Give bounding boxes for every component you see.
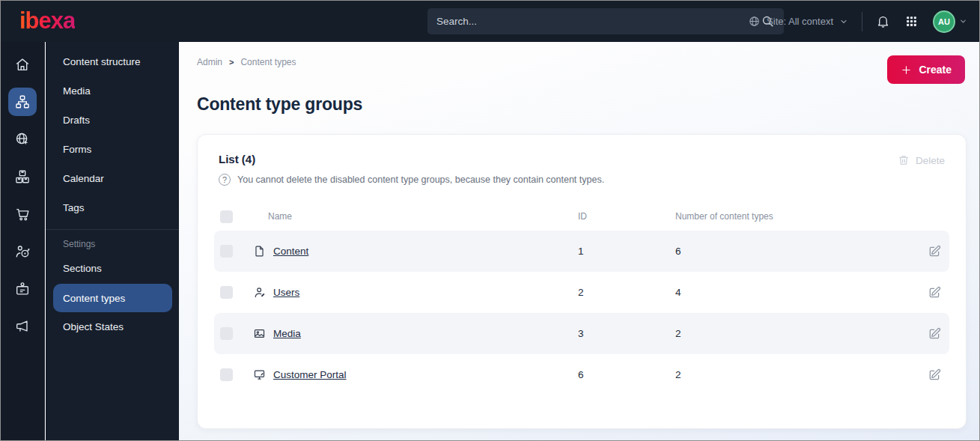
corporate-badge-icon[interactable]	[8, 275, 37, 303]
row-count: 2	[669, 369, 913, 380]
top-bar-divider	[862, 12, 862, 31]
delete-button[interactable]: Delete	[898, 154, 945, 166]
row-checkbox[interactable]	[220, 245, 233, 258]
list-title: List (4)	[214, 153, 949, 165]
search-bar	[427, 8, 784, 34]
sidebar-item-content-structure[interactable]: Content structure	[46, 47, 179, 76]
question-circle-icon: ?	[219, 174, 231, 186]
site-globe-icon[interactable]	[8, 125, 37, 153]
notifications-bell-icon[interactable]	[876, 14, 890, 28]
portal-monitor-icon	[253, 368, 266, 381]
avatar: AU	[933, 10, 955, 33]
row-link[interactable]: Users	[273, 287, 299, 298]
chevron-down-icon	[839, 17, 848, 26]
content-file-icon	[253, 245, 266, 258]
chevron-down-icon	[959, 17, 967, 25]
breadcrumb: Admin > Content types	[197, 57, 296, 67]
row-checkbox[interactable]	[220, 368, 233, 381]
sidebar-menu: Content structure Media Drafts Forms Cal…	[46, 42, 179, 440]
cart-icon[interactable]	[8, 200, 37, 228]
trash-icon	[898, 154, 910, 166]
create-button-label: Create	[919, 64, 952, 76]
column-header-id: ID	[572, 211, 669, 222]
plus-icon	[901, 64, 912, 76]
column-header-count: Number of content types	[669, 211, 913, 222]
breadcrumb-current: Content types	[240, 57, 296, 67]
row-id: 6	[572, 369, 669, 380]
campaign-megaphone-icon[interactable]	[8, 312, 37, 341]
row-checkbox[interactable]	[220, 286, 233, 299]
sidebar-item-tags[interactable]: Tags	[46, 193, 179, 222]
sidebar-item-forms[interactable]: Forms	[46, 135, 179, 164]
main-content: Admin > Content types Create Content typ…	[179, 42, 979, 440]
hint-text: You cannot delete the disabled content t…	[237, 174, 604, 185]
page-title: Content type groups	[197, 94, 362, 115]
edit-button[interactable]	[913, 285, 949, 299]
breadcrumb-admin[interactable]: Admin	[197, 57, 222, 67]
row-id: 3	[572, 328, 669, 339]
row-id: 2	[572, 287, 669, 298]
select-all-checkbox[interactable]	[220, 210, 233, 223]
create-button[interactable]: Create	[887, 55, 965, 84]
edit-button[interactable]	[913, 368, 949, 382]
row-count: 6	[669, 246, 913, 257]
table-row: Media 3 2	[214, 313, 949, 354]
sidebar-item-media[interactable]: Media	[46, 76, 179, 106]
user-icon	[253, 286, 266, 299]
top-bar: ibexa Site: All context	[1, 1, 979, 42]
column-header-name: Name	[247, 211, 572, 222]
icon-rail	[1, 42, 45, 440]
media-image-icon	[253, 327, 266, 340]
globe-icon	[748, 15, 761, 28]
site-context-selector[interactable]: Site: All context	[748, 15, 848, 28]
list-card: List (4) ? You cannot delete the disable…	[197, 134, 967, 429]
row-count: 2	[669, 328, 913, 339]
site-context-label: Site: All context	[767, 16, 833, 27]
table-row: Customer Portal 6 2	[214, 354, 949, 395]
user-menu[interactable]: AU	[933, 10, 967, 33]
segments-target-icon[interactable]	[8, 237, 37, 266]
delete-button-label: Delete	[916, 155, 945, 166]
sidebar-item-calendar[interactable]: Calendar	[46, 164, 179, 193]
row-count: 4	[669, 287, 913, 298]
apps-grid-icon[interactable]	[905, 15, 918, 28]
row-link[interactable]: Media	[273, 328, 301, 339]
search-input[interactable]	[436, 16, 761, 27]
table-row: Users 2 4	[214, 272, 949, 313]
breadcrumb-separator: >	[229, 58, 234, 67]
home-icon[interactable]	[8, 50, 37, 79]
table-header: Name ID Number of content types	[214, 202, 949, 231]
sidebar-item-content-types[interactable]: Content types	[53, 284, 172, 312]
row-link[interactable]: Customer Portal	[273, 369, 347, 380]
ibexa-logo[interactable]: ibexa	[19, 7, 75, 35]
row-link[interactable]: Content	[273, 246, 308, 257]
edit-button[interactable]	[913, 326, 949, 341]
row-id: 1	[572, 246, 669, 257]
sidebar-item-drafts[interactable]: Drafts	[46, 106, 179, 135]
products-boxes-icon[interactable]	[8, 162, 37, 191]
top-bar-controls: Site: All context AU	[748, 1, 967, 42]
hint-row: ? You cannot delete the disabled content…	[214, 174, 949, 186]
table-row: Content 1 6	[214, 231, 949, 272]
sidebar-item-sections[interactable]: Sections	[46, 254, 179, 283]
row-checkbox[interactable]	[220, 327, 233, 340]
settings-section-label: Settings	[46, 230, 179, 254]
app-window: ibexa Site: All context	[0, 0, 980, 441]
content-tree-icon[interactable]	[8, 88, 37, 116]
sidebar-item-object-states[interactable]: Object States	[46, 312, 179, 341]
edit-button[interactable]	[913, 244, 949, 258]
